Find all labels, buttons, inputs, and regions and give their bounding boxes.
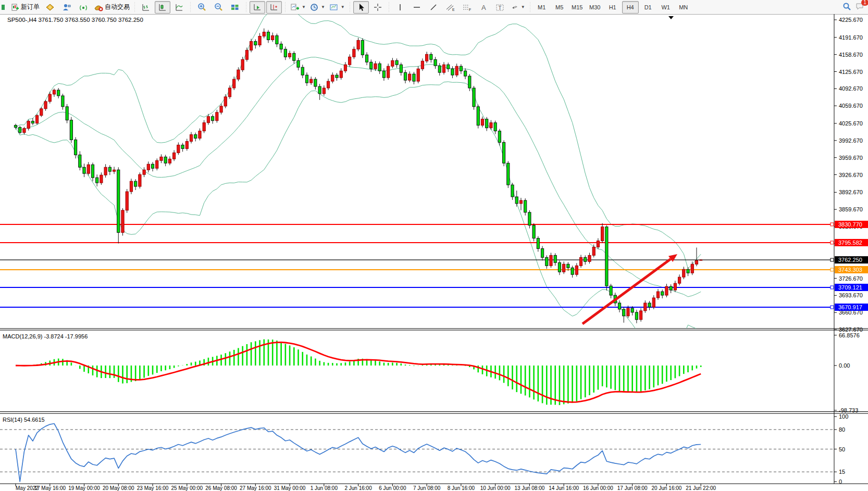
timeframe-m15-button[interactable]: M15 [569, 1, 586, 14]
chart-shift-marker[interactable] [668, 16, 674, 19]
dropdown-caret-icon: ▼ [321, 5, 325, 9]
clipped-toolbar-icon [0, 1, 8, 14]
time-tick-label: 6 Jun 00:00 [379, 485, 406, 491]
zoom-out-button[interactable] [210, 1, 226, 14]
autotrading-label: 自动交易 [105, 3, 130, 11]
candle [623, 309, 625, 316]
timeframe-d1-button[interactable]: D1 [640, 1, 656, 14]
auto-scroll-icon [253, 3, 262, 11]
price-badge: 3762.250 [838, 257, 862, 263]
candle [648, 303, 651, 307]
autotrading-button[interactable]: 自动交易 [92, 1, 131, 14]
candle [177, 145, 180, 153]
crosshair-button[interactable] [370, 1, 386, 14]
indicators-button[interactable]: ▼ [289, 1, 307, 14]
cursor-button[interactable] [353, 1, 369, 14]
timeframe-w1-button[interactable]: W1 [658, 1, 674, 14]
arrows-button[interactable]: ▼ [509, 1, 527, 14]
price-tick-label: 4092.670 [839, 85, 863, 92]
text-button[interactable]: A [476, 1, 491, 14]
candle [160, 157, 163, 160]
arrows-icon [511, 3, 519, 11]
new-order-button[interactable]: 新订单 [9, 1, 41, 14]
time-tick-label: 27 May 16:00 [240, 485, 271, 491]
tile-windows-button[interactable] [227, 1, 243, 14]
candle [610, 286, 612, 295]
candle [486, 119, 488, 128]
time-tick-label: 20 May 08:00 [103, 485, 134, 491]
time-tick-label: 20 Jun 16:00 [652, 485, 682, 491]
timeframe-h4-button[interactable]: H4 [622, 1, 639, 14]
candle [83, 167, 85, 173]
candle [258, 36, 261, 45]
rsi-tick-label: 50 [839, 446, 845, 452]
chart-bars-button[interactable] [138, 1, 154, 14]
macd-indicator-label: MACD(12,26,9) -3.8724 -17.9956 [3, 333, 88, 339]
timeframe-m5-button[interactable]: M5 [551, 1, 568, 14]
candle [130, 181, 132, 192]
candle [185, 141, 188, 148]
trendline-button[interactable] [426, 1, 441, 14]
candle [430, 54, 432, 59]
candle [378, 64, 381, 71]
price-tick-label: 3859.670 [839, 206, 863, 212]
candle [349, 57, 351, 65]
timeframe-h1-button[interactable]: H1 [604, 1, 621, 14]
add-indicator-icon [290, 3, 300, 11]
horizontal-line-button[interactable] [409, 1, 425, 14]
candle [194, 135, 197, 139]
candle [413, 74, 415, 81]
price-tick-label: 4125.670 [839, 69, 863, 75]
fibonacci-icon: F [462, 3, 472, 11]
equidistant-channel-button[interactable]: E [442, 1, 458, 14]
candles-series [14, 29, 702, 323]
chart-line-button[interactable] [171, 1, 187, 14]
candle [314, 79, 317, 86]
periods-button[interactable]: ▼ [308, 1, 327, 14]
signals-button[interactable] [76, 1, 91, 14]
trend-arrow[interactable] [582, 254, 677, 324]
time-tick-label: 1 Jun 08:00 [311, 485, 338, 491]
chart-canvas[interactable]: 4225.6704191.6704158.6704125.6704092.670… [0, 14, 868, 491]
rsi-tick-label: 100 [839, 413, 848, 420]
toolbar-separator [388, 2, 390, 12]
zoom-in-button[interactable] [194, 1, 209, 14]
candle [156, 160, 158, 168]
candle [143, 170, 145, 174]
candle [245, 50, 248, 59]
cursor-arrow-icon [357, 3, 365, 11]
fibonacci-button[interactable]: F [459, 1, 475, 14]
chart-shift-button[interactable] [266, 1, 282, 14]
dropdown-caret-icon: ▼ [341, 5, 345, 9]
candle [104, 167, 107, 175]
timeframe-mn-button[interactable]: MN [675, 1, 692, 14]
market-watch-button[interactable] [42, 1, 58, 14]
candle [271, 36, 274, 40]
candle [228, 88, 231, 97]
candle [494, 123, 497, 131]
timeframe-m30-button[interactable]: M30 [587, 1, 603, 14]
candle [515, 197, 518, 204]
templates-button[interactable]: ▼ [328, 1, 346, 14]
toolbar-separator [284, 2, 287, 12]
auto-scroll-button[interactable] [250, 1, 265, 14]
candle [665, 286, 668, 295]
notifications-button[interactable]: 1 [855, 2, 865, 13]
toolbar-separator [245, 2, 247, 12]
macd-tick-label: 66.8576 [839, 332, 860, 338]
search-button[interactable] [842, 2, 851, 13]
timeframe-m1-button[interactable]: M1 [534, 1, 550, 14]
text-label-button[interactable]: T [492, 1, 508, 14]
crosshair-icon [374, 3, 382, 11]
compass-icon [45, 3, 55, 11]
candle [164, 157, 167, 163]
chart-candles-button[interactable] [155, 1, 170, 14]
profile-button[interactable] [59, 1, 75, 14]
vertical-line-button[interactable] [392, 1, 408, 14]
candle [74, 140, 77, 155]
zoom-out-icon [214, 3, 223, 11]
time-tick-label: 26 May 08:00 [205, 485, 237, 491]
svg-text:F: F [469, 8, 471, 11]
time-axis[interactable]: May 202217 May 16:0019 May 00:0020 May 0… [16, 484, 716, 491]
time-tick-label: 31 May 00:00 [274, 485, 306, 491]
